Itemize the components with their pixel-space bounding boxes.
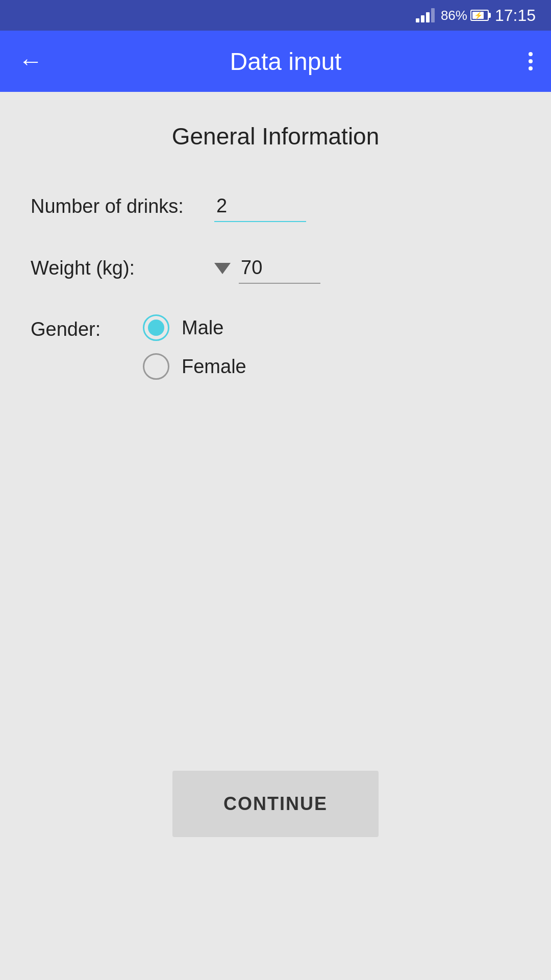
drinks-label: Number of drinks:: [31, 195, 214, 217]
status-time: 17:15: [495, 6, 536, 25]
menu-button[interactable]: [529, 46, 533, 77]
weight-field: Weight (kg):: [31, 253, 520, 284]
drinks-input[interactable]: [214, 191, 306, 222]
gender-male-option[interactable]: Male: [143, 314, 246, 341]
female-radio-label: Female: [182, 356, 246, 378]
app-bar-title: Data input: [230, 47, 342, 76]
continue-button-container: CONTINUE: [0, 771, 551, 837]
gender-female-option[interactable]: Female: [143, 353, 246, 380]
gender-label: Gender:: [31, 314, 143, 340]
battery-percent: 86%: [441, 8, 467, 23]
gender-field: Gender: Male Female: [31, 314, 520, 380]
weight-input[interactable]: [239, 253, 320, 284]
male-radio-button[interactable]: [143, 314, 169, 341]
continue-button[interactable]: CONTINUE: [172, 771, 379, 837]
battery-container: 86% ⚡: [441, 8, 489, 23]
drinks-field: Number of drinks:: [31, 191, 520, 222]
signal-icon: [416, 8, 435, 22]
male-radio-label: Male: [182, 317, 223, 339]
section-title: General Information: [31, 122, 520, 150]
main-content: General Information Number of drinks: We…: [0, 92, 551, 380]
weight-dropdown-arrow[interactable]: [214, 263, 231, 274]
female-radio-button[interactable]: [143, 353, 169, 380]
app-bar: ← Data input: [0, 31, 551, 92]
status-icons: 86% ⚡ 17:15: [416, 6, 536, 25]
status-bar: 86% ⚡ 17:15: [0, 0, 551, 31]
weight-label: Weight (kg):: [31, 257, 214, 279]
gender-radio-group: Male Female: [143, 314, 246, 380]
back-button[interactable]: ←: [18, 49, 43, 74]
battery-icon: ⚡: [470, 10, 489, 21]
